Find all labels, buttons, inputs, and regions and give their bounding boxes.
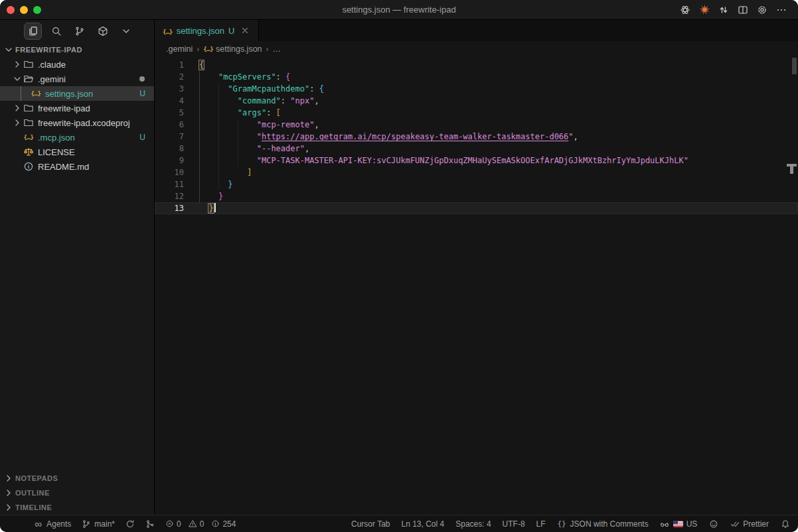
activity-search-button[interactable] (47, 23, 65, 40)
ai-logo-icon[interactable] (679, 4, 691, 16)
panel-header-outline[interactable]: OUTLINE (0, 486, 154, 500)
tab-settings-json[interactable]: {…} settings.json U (155, 20, 259, 41)
files-icon (28, 26, 39, 36)
line-number: 13 (155, 202, 184, 214)
explorer-item-.claude[interactable]: .claude (0, 57, 154, 72)
code-token: "mcpServers" (218, 72, 276, 82)
explorer-item-settings.json[interactable]: {…}settings.jsonU (0, 86, 154, 101)
line-number: 12 (155, 190, 184, 202)
chevron-spacer (12, 132, 23, 143)
law-icon (23, 147, 35, 157)
status-item-formatter[interactable]: Prettier (730, 519, 769, 529)
status-item-agents[interactable]: ∞Agents (33, 519, 71, 529)
status-item-sync[interactable] (125, 519, 135, 529)
chevron-spacer (12, 147, 23, 157)
activity-extensions-button[interactable] (94, 23, 112, 40)
code-token: "--header" (257, 144, 305, 153)
file-label: LICENSE (38, 147, 75, 157)
close-tab-icon[interactable] (240, 25, 250, 36)
chevron-spacer (19, 88, 30, 99)
code-token: [ (276, 108, 281, 117)
breadcrumb-item[interactable]: {…}settings.json (203, 44, 262, 54)
panel-header-timeline[interactable]: TIMELINE (0, 500, 154, 515)
traffic-lights (0, 6, 41, 14)
status-item-indentation[interactable]: Spaces: 4 (455, 519, 491, 529)
gear-icon[interactable] (756, 4, 768, 16)
split-editor-icon[interactable] (737, 4, 749, 16)
code-token: "command" (238, 96, 281, 105)
code-token: } (208, 204, 213, 213)
minimize-window-button[interactable] (20, 6, 28, 14)
code-token (199, 84, 228, 94)
breadcrumb-item[interactable]: .gemini (166, 44, 193, 54)
more-icon[interactable] (775, 4, 787, 16)
activity-source-control-button[interactable] (70, 23, 88, 40)
vertical-scrollbar[interactable] (792, 58, 797, 74)
status-label: main* (94, 519, 115, 529)
explorer-item-freewrite-ipad[interactable]: freewrite-ipad (0, 101, 154, 115)
code-token: " (568, 132, 573, 141)
window-title: settings.json — freewrite-ipad (0, 5, 798, 15)
code-token: } (228, 180, 232, 189)
info-circle-icon (210, 519, 220, 529)
code-token (199, 72, 218, 82)
bell-icon (780, 519, 790, 529)
code-token: , (574, 132, 578, 141)
status-item-problems[interactable]: 00254 (165, 519, 236, 529)
explorer-item-license[interactable]: LICENSE (0, 145, 154, 159)
status-item-eol[interactable]: LF (536, 519, 546, 529)
explorer-root-label: FREEWRITE-IPAD (15, 46, 82, 54)
error-icon (165, 519, 175, 529)
explorer-root-header[interactable]: FREEWRITE-IPAD (0, 42, 154, 57)
code-line-3: 3 "GramMcpauthdemo": { (155, 83, 798, 95)
code-token: : (309, 84, 319, 94)
status-item-notifications[interactable] (780, 519, 790, 529)
status-item-encoding[interactable]: UTF-8 (503, 519, 525, 529)
code-token: : (276, 72, 285, 82)
explorer-item-freewrite-ipad.xcodeproj[interactable]: freewrite-ipad.xcodeproj (0, 115, 154, 130)
status-item-language-mode[interactable]: {}JSON with Comments (557, 519, 649, 529)
status-item-git-branch[interactable]: main* (81, 519, 115, 529)
status-count: 254 (222, 519, 236, 529)
search-icon (51, 26, 62, 36)
breadcrumb-separator: › (266, 44, 269, 54)
tab-modified-badge: U (228, 26, 234, 36)
zoom-window-button[interactable] (33, 6, 41, 14)
json-icon: {…} (23, 132, 35, 143)
status-item-git-graph[interactable] (145, 519, 155, 529)
glasses-icon (660, 519, 670, 529)
file-label: .claude (38, 60, 66, 70)
status-item-feedback[interactable] (708, 519, 718, 529)
code-line-1: 1{ (155, 59, 798, 71)
activity-explorer-button[interactable] (24, 23, 42, 40)
status-label: Agents (46, 519, 71, 529)
tab-bar: {…} settings.json U (155, 20, 798, 41)
folder-icon (23, 103, 35, 113)
close-window-button[interactable] (7, 6, 15, 14)
chevron-right-icon (12, 59, 23, 70)
code-editor[interactable]: 1{2 "mcpServers": {3 "GramMcpauthdemo": … (155, 57, 798, 515)
explorer-item-.gemini[interactable]: .gemini (0, 72, 154, 86)
status-item-cursor-tab[interactable]: Cursor Tab (351, 519, 390, 529)
sync-arrows-icon[interactable] (718, 4, 730, 16)
code-line-12: 12 } (155, 190, 798, 202)
explorer-item-.mcp.json[interactable]: {…}.mcp.jsonU (0, 130, 154, 145)
panel-header-notepads[interactable]: NOTEPADS (0, 471, 154, 486)
starburst-icon[interactable] (698, 4, 710, 16)
status-item-keyboard-layout[interactable]: US (660, 519, 698, 529)
status-count: 0 (200, 519, 204, 529)
explorer-item-readme.md[interactable]: README.md (0, 159, 154, 174)
git-untracked-badge: U (139, 89, 145, 98)
line-number: 8 (155, 143, 184, 155)
file-label: .mcp.json (38, 133, 75, 143)
breadcrumb-item[interactable]: … (273, 44, 281, 54)
status-item-cursor-position[interactable]: Ln 13, Col 4 (402, 519, 445, 529)
url-link[interactable]: https://app.getgram.ai/mcp/speakeasy-tea… (262, 132, 568, 141)
line-number: 3 (155, 83, 184, 95)
chevron-down-icon (12, 74, 23, 84)
line-number: 7 (155, 131, 184, 143)
activity-more-views-button[interactable] (117, 23, 135, 40)
folder-open-icon (23, 74, 35, 84)
code-token: "GramMcpauthdemo" (228, 84, 309, 94)
git-branch-icon (81, 519, 91, 529)
